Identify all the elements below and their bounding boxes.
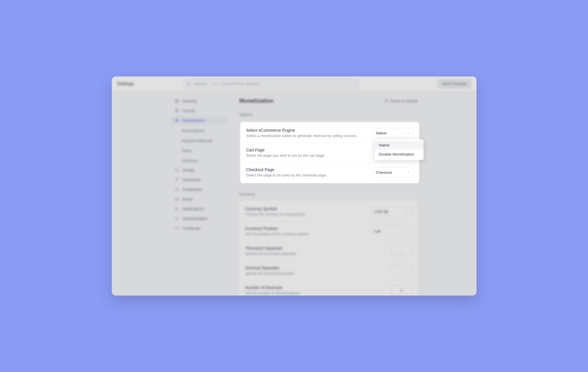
row-number-decimals: Number of Decimals Set the number of dec… — [245, 281, 412, 296]
row-currency-position: Currency Position Set the position of th… — [245, 221, 412, 241]
page-title: Settings — [117, 81, 134, 86]
ecommerce-engine-dropdown[interactable]: Native Disable Monetization — [375, 139, 424, 160]
sidebar-item-general[interactable]: General — [171, 96, 226, 106]
row-checkout-page: Checkout Page Select the page to be used… — [246, 163, 413, 182]
sidebar-item-certificate[interactable]: Certificate — [171, 224, 226, 233]
svg-point-0 — [187, 82, 190, 85]
input-thousand-separator[interactable] — [391, 246, 412, 256]
sidebar-item-monetization[interactable]: Monetization — [171, 116, 226, 125]
sidebar-sub-checkout[interactable]: Checkout — [171, 156, 226, 166]
sidebar-sub-subscriptions[interactable]: Subscriptions — [171, 126, 226, 136]
book-icon — [175, 109, 179, 113]
dropdown-option-native[interactable]: Native — [375, 141, 424, 150]
search-wrap — [184, 79, 359, 89]
svg-line-1 — [190, 84, 191, 85]
refresh-icon — [384, 99, 388, 103]
sidebar-sub-taxes[interactable]: Taxes — [171, 146, 226, 156]
dropdown-option-disable[interactable]: Disable Monetization — [375, 150, 424, 159]
save-button[interactable]: Save Changes — [438, 79, 471, 89]
svg-rect-8 — [175, 227, 178, 229]
sidebar-item-email[interactable]: Email — [171, 195, 226, 204]
svg-rect-6 — [176, 188, 178, 191]
mail-icon — [175, 197, 179, 201]
reset-button[interactable]: Reset to Default — [384, 99, 417, 103]
sidebar-item-gradebook[interactable]: Gradebook — [171, 185, 226, 194]
row-decimal-separator: Decimal Separator Specify the decimal se… — [245, 261, 412, 281]
row-currency-symbol: Currency Symbol Choose the currency for … — [245, 202, 412, 221]
svg-point-4 — [176, 120, 177, 121]
chevron-down-icon — [405, 210, 409, 213]
clipboard-icon — [175, 187, 179, 192]
chevron-down-icon — [405, 230, 409, 233]
chevron-down-icon — [407, 171, 410, 174]
settings-window: Settings Save Changes General Course Mon… — [112, 76, 477, 296]
sidebar-item-authentication[interactable]: Authentication — [171, 214, 226, 223]
select-ecommerce-engine[interactable]: Native — [373, 128, 413, 138]
badge-icon — [175, 226, 179, 231]
sidebar-item-advanced[interactable]: Advanced — [171, 175, 226, 184]
palette-icon — [175, 168, 179, 172]
topbar: Settings Save Changes — [112, 76, 477, 91]
shield-icon — [175, 216, 179, 221]
input-decimal-separator[interactable] — [391, 266, 412, 276]
search-icon — [186, 81, 191, 86]
bell-icon — [175, 207, 179, 211]
sidebar-item-design[interactable]: Design — [171, 166, 226, 175]
select-currency-position[interactable]: Left — [371, 226, 412, 236]
currency-card: Currency Symbol Choose the currency for … — [239, 201, 418, 296]
input-number-decimals[interactable] — [391, 285, 412, 295]
sidebar-item-notifications[interactable]: Notifications — [171, 204, 226, 213]
section-label-currency: Currency — [239, 192, 418, 196]
select-currency-symbol[interactable]: USD ($) — [371, 206, 412, 216]
select-checkout-page[interactable]: Checkout — [373, 167, 413, 177]
cash-icon — [175, 118, 179, 123]
section-label-options: Options — [239, 112, 418, 117]
sidebar: General Course Monetization Subscription… — [112, 91, 229, 296]
svg-point-5 — [175, 169, 178, 172]
search-input[interactable] — [184, 79, 359, 89]
globe-icon — [175, 99, 179, 103]
main-title: Monetization — [239, 98, 274, 104]
filter-icon — [175, 178, 179, 182]
chevron-down-icon — [407, 131, 410, 135]
row-thousand-separator: Thousand Separator Specify the thousand … — [245, 241, 412, 261]
sidebar-sub-payment-methods[interactable]: Payment Methods — [171, 136, 226, 146]
sidebar-item-course[interactable]: Course — [171, 106, 226, 115]
